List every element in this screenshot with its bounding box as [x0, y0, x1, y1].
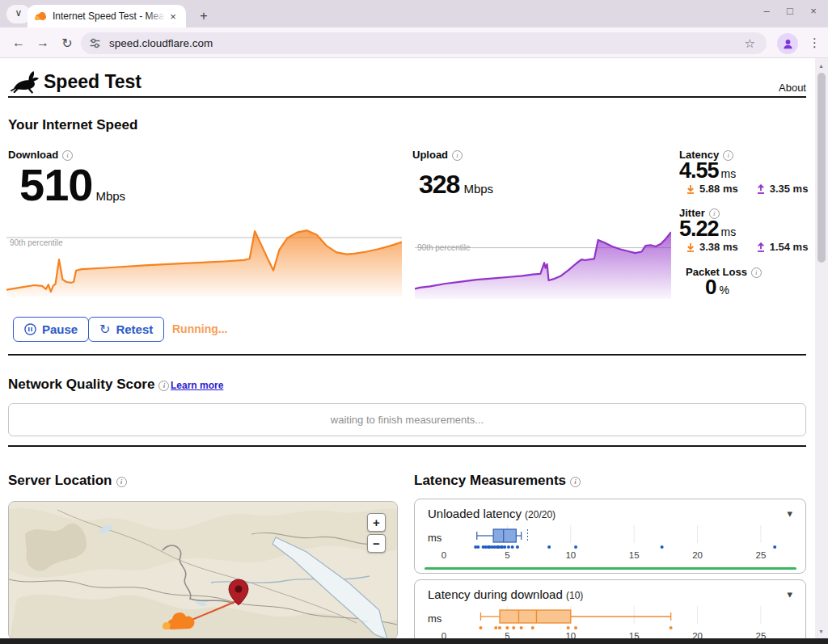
svg-text:0: 0: [441, 550, 446, 560]
download-latency-panel[interactable]: Latency during download (10) ▾ ms 051015…: [414, 579, 806, 644]
upload-chart: [415, 230, 671, 299]
unloaded-latency-panel[interactable]: Unloaded latency (20/20) ▾ ms 0510152025: [414, 499, 806, 574]
download-percentile-label: 90th percentile: [10, 238, 63, 247]
pause-button[interactable]: Pause: [13, 317, 89, 342]
browser-window: ∨ Internet Speed Test - Measu × + – □ × …: [0, 0, 828, 644]
network-quality-title: Network Quality Scorei: [8, 377, 169, 393]
jitter-minmax-row: 3.38 ms 1.54 ms: [686, 241, 808, 253]
svg-text:10: 10: [565, 550, 576, 560]
upload-arrow-icon: [756, 242, 766, 252]
tab-strip: ∨ Internet Speed Test - Measu × + – □ ×: [0, 0, 828, 27]
cloudflare-favicon: [34, 12, 47, 21]
download-arrow-icon: [686, 242, 695, 252]
waiting-text: waiting to finish measurements...: [331, 414, 484, 426]
packet-loss-value: 0%: [705, 275, 729, 300]
latency-minmax-row: 5.88 ms 3.35 ms: [686, 183, 808, 195]
minimize-icon[interactable]: –: [760, 5, 773, 17]
page-content: Speed Test About Your Internet Speed Dow…: [0, 58, 815, 638]
url-text[interactable]: speed.cloudflare.com: [109, 37, 745, 49]
quality-waiting-box: waiting to finish measurements...: [8, 403, 806, 436]
server-location-map[interactable]: + −: [8, 501, 398, 640]
profile-avatar[interactable]: [777, 33, 798, 54]
taskbar-edge: [0, 638, 828, 644]
svg-text:5: 5: [505, 550, 509, 560]
map-zoom-in-button[interactable]: +: [367, 513, 386, 532]
scrollbar-up-icon[interactable]: ▲: [818, 63, 824, 69]
latency-measurements-title: Latency Measurementsi: [414, 473, 581, 489]
download-chart: [6, 229, 402, 297]
upload-label: Upload: [412, 149, 448, 161]
address-bar[interactable]: speed.cloudflare.com ☆: [81, 32, 767, 54]
download-latency-boxplot: 0510152025: [425, 604, 801, 642]
bookmark-star-icon[interactable]: ☆: [745, 36, 755, 51]
svg-text:15: 15: [629, 550, 640, 560]
maximize-icon[interactable]: □: [784, 5, 796, 17]
svg-text:25: 25: [756, 550, 767, 560]
running-status: Running...: [172, 322, 227, 335]
unloaded-latency-panel-title: Unloaded latency (20/20): [428, 507, 556, 520]
upload-info-icon[interactable]: i: [452, 150, 463, 161]
map-zoom-out-button[interactable]: −: [367, 534, 386, 553]
retest-icon: ↻: [99, 322, 110, 337]
back-icon[interactable]: ←: [10, 36, 27, 50]
unloaded-latency-boxplot: 0510152025: [425, 524, 801, 561]
learn-more-link[interactable]: Learn more: [171, 380, 223, 391]
divider: [8, 96, 806, 98]
latency-value: 4.55ms: [679, 158, 736, 183]
download-arrow-icon: [686, 184, 695, 194]
browser-tab[interactable]: Internet Speed Test - Measu ×: [27, 5, 186, 27]
upload-value: 328Mbps: [419, 170, 493, 200]
about-link[interactable]: About: [779, 82, 806, 94]
upload-percentile-label: 90th percentile: [417, 243, 471, 252]
scrollbar-thumb[interactable]: [817, 73, 826, 263]
forward-icon[interactable]: →: [34, 36, 52, 50]
page-title: Speed Test: [44, 71, 142, 93]
retest-button[interactable]: ↻ Retest: [88, 317, 164, 342]
divider: [8, 445, 806, 447]
download-unit: Mbps: [95, 189, 125, 203]
upload-arrow-icon: [756, 184, 766, 194]
server-location-title: Server Locationi: [8, 473, 127, 489]
reload-icon[interactable]: ↻: [58, 36, 76, 51]
jitter-value: 5.22ms: [679, 217, 736, 242]
tab-search-icon: ∨: [15, 7, 23, 19]
window-close-icon[interactable]: ×: [807, 5, 820, 17]
pause-icon: [24, 323, 36, 335]
scrollbar-down-icon[interactable]: ▼: [818, 629, 824, 634]
quality-info-icon[interactable]: i: [158, 381, 169, 391]
new-tab-button[interactable]: +: [194, 6, 213, 26]
tune-icon[interactable]: [89, 37, 101, 49]
server-location-info-icon[interactable]: i: [116, 477, 127, 487]
progress-complete-bar: [425, 567, 796, 570]
map-canvas: [9, 502, 397, 640]
divider: [8, 354, 806, 356]
upload-unit: Mbps: [463, 182, 493, 196]
browser-menu-icon[interactable]: ⋮: [809, 36, 821, 50]
packet-loss-info-icon[interactable]: i: [751, 267, 762, 278]
download-latency-panel-title: Latency during download (10): [428, 587, 583, 601]
latency-measurements-info-icon[interactable]: i: [570, 477, 581, 487]
tab-close-icon[interactable]: ×: [167, 11, 180, 23]
download-value: 510Mbps: [19, 158, 125, 211]
chevron-down-icon[interactable]: ▾: [787, 507, 792, 520]
svg-text:20: 20: [692, 550, 703, 560]
section-your-internet-speed: Your Internet Speed: [8, 117, 137, 133]
chevron-down-icon[interactable]: ▾: [787, 588, 792, 600]
speed-logo-rabbit-icon: [11, 69, 41, 97]
